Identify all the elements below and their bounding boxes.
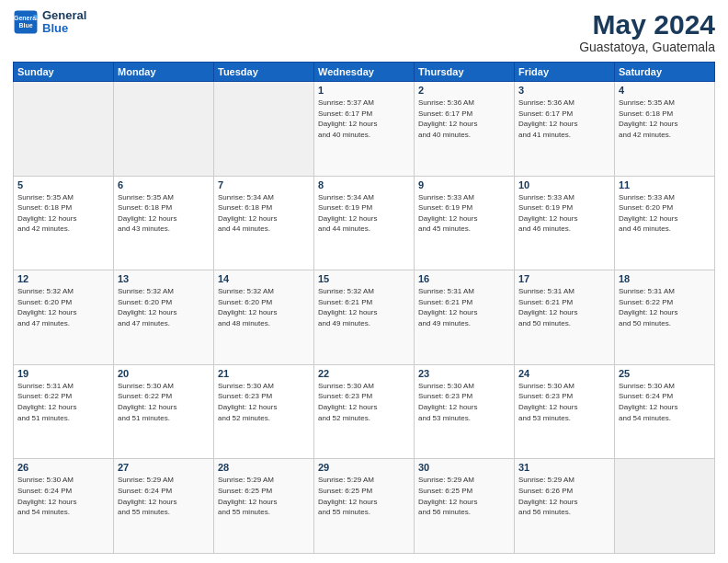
day-number: 8 [318, 179, 410, 190]
day-number: 25 [619, 368, 711, 379]
calendar-cell: 31Sunrise: 5:29 AM Sunset: 6:26 PM Dayli… [515, 459, 615, 554]
day-number: 9 [418, 179, 510, 190]
day-number: 7 [218, 179, 310, 190]
day-info: Sunrise: 5:30 AM Sunset: 6:23 PM Dayligh… [218, 381, 310, 423]
day-info: Sunrise: 5:33 AM Sunset: 6:20 PM Dayligh… [619, 192, 711, 235]
day-number: 26 [17, 462, 109, 473]
day-info: Sunrise: 5:30 AM Sunset: 6:23 PM Dayligh… [318, 381, 410, 423]
day-number: 1 [318, 85, 410, 96]
day-info: Sunrise: 5:31 AM Sunset: 6:21 PM Dayligh… [518, 286, 610, 328]
calendar-cell: 30Sunrise: 5:29 AM Sunset: 6:25 PM Dayli… [415, 459, 515, 554]
day-info: Sunrise: 5:32 AM Sunset: 6:20 PM Dayligh… [118, 286, 210, 328]
calendar-cell: 4Sunrise: 5:35 AM Sunset: 6:18 PM Daylig… [615, 82, 715, 177]
day-number: 15 [318, 273, 410, 284]
day-info: Sunrise: 5:35 AM Sunset: 6:18 PM Dayligh… [118, 192, 210, 235]
day-info: Sunrise: 5:30 AM Sunset: 6:24 PM Dayligh… [619, 381, 711, 423]
week-row-2: 12Sunrise: 5:32 AM Sunset: 6:20 PM Dayli… [14, 270, 715, 365]
day-number: 29 [318, 462, 410, 473]
day-number: 3 [518, 85, 610, 96]
calendar-cell: 8Sunrise: 5:34 AM Sunset: 6:19 PM Daylig… [314, 176, 415, 270]
day-info: Sunrise: 5:32 AM Sunset: 6:21 PM Dayligh… [318, 286, 410, 328]
calendar-cell: 9Sunrise: 5:33 AM Sunset: 6:19 PM Daylig… [415, 176, 515, 270]
title-block: May 2024 Guastatoya, Guatemala [579, 9, 715, 54]
day-number: 17 [518, 273, 610, 284]
calendar-cell: 22Sunrise: 5:30 AM Sunset: 6:23 PM Dayli… [314, 364, 415, 459]
calendar-cell: 15Sunrise: 5:32 AM Sunset: 6:21 PM Dayli… [314, 270, 415, 365]
month-title: May 2024 [579, 9, 715, 40]
weekday-header-row: SundayMondayTuesdayWednesdayThursdayFrid… [14, 63, 715, 82]
weekday-header-tuesday: Tuesday [214, 63, 314, 82]
calendar-cell [114, 82, 214, 177]
day-info: Sunrise: 5:30 AM Sunset: 6:22 PM Dayligh… [118, 381, 210, 423]
calendar-cell: 6Sunrise: 5:35 AM Sunset: 6:18 PM Daylig… [114, 176, 214, 270]
day-info: Sunrise: 5:37 AM Sunset: 6:17 PM Dayligh… [318, 98, 410, 140]
header: General Blue General Blue May 2024 Guast… [13, 9, 715, 54]
calendar-cell: 26Sunrise: 5:30 AM Sunset: 6:24 PM Dayli… [14, 459, 114, 554]
day-number: 18 [619, 273, 711, 284]
day-info: Sunrise: 5:29 AM Sunset: 6:25 PM Dayligh… [218, 475, 310, 517]
day-number: 14 [218, 273, 310, 284]
day-info: Sunrise: 5:36 AM Sunset: 6:17 PM Dayligh… [518, 98, 610, 140]
day-number: 19 [17, 368, 109, 379]
weekday-header-sunday: Sunday [14, 63, 114, 82]
day-number: 11 [619, 179, 711, 190]
day-info: Sunrise: 5:31 AM Sunset: 6:22 PM Dayligh… [619, 286, 711, 328]
calendar-cell: 16Sunrise: 5:31 AM Sunset: 6:21 PM Dayli… [415, 270, 515, 365]
day-info: Sunrise: 5:29 AM Sunset: 6:25 PM Dayligh… [318, 475, 410, 517]
day-number: 27 [118, 462, 210, 473]
day-info: Sunrise: 5:30 AM Sunset: 6:23 PM Dayligh… [418, 381, 510, 423]
calendar-cell: 10Sunrise: 5:33 AM Sunset: 6:19 PM Dayli… [515, 176, 615, 270]
calendar-page: General Blue General Blue May 2024 Guast… [0, 0, 728, 563]
day-info: Sunrise: 5:30 AM Sunset: 6:23 PM Dayligh… [518, 381, 610, 423]
calendar-cell: 23Sunrise: 5:30 AM Sunset: 6:23 PM Dayli… [415, 364, 515, 459]
day-number: 2 [418, 85, 510, 96]
day-number: 31 [518, 462, 610, 473]
day-info: Sunrise: 5:34 AM Sunset: 6:19 PM Dayligh… [318, 192, 410, 235]
calendar-cell: 24Sunrise: 5:30 AM Sunset: 6:23 PM Dayli… [515, 364, 615, 459]
day-info: Sunrise: 5:29 AM Sunset: 6:26 PM Dayligh… [518, 475, 610, 517]
calendar-cell: 17Sunrise: 5:31 AM Sunset: 6:21 PM Dayli… [515, 270, 615, 365]
day-info: Sunrise: 5:30 AM Sunset: 6:24 PM Dayligh… [17, 475, 109, 517]
day-number: 20 [118, 368, 210, 379]
weekday-header-saturday: Saturday [615, 63, 715, 82]
day-info: Sunrise: 5:31 AM Sunset: 6:21 PM Dayligh… [418, 286, 510, 328]
week-row-3: 19Sunrise: 5:31 AM Sunset: 6:22 PM Dayli… [14, 364, 715, 459]
calendar-table: SundayMondayTuesdayWednesdayThursdayFrid… [13, 62, 715, 554]
calendar-cell: 13Sunrise: 5:32 AM Sunset: 6:20 PM Dayli… [114, 270, 214, 365]
weekday-header-monday: Monday [114, 63, 214, 82]
calendar-cell: 3Sunrise: 5:36 AM Sunset: 6:17 PM Daylig… [515, 82, 615, 177]
calendar-cell: 14Sunrise: 5:32 AM Sunset: 6:20 PM Dayli… [214, 270, 314, 365]
calendar-cell: 19Sunrise: 5:31 AM Sunset: 6:22 PM Dayli… [14, 364, 114, 459]
svg-text:Blue: Blue [18, 23, 32, 29]
day-number: 12 [17, 273, 109, 284]
logo-icon: General Blue [13, 9, 39, 35]
calendar-cell: 25Sunrise: 5:30 AM Sunset: 6:24 PM Dayli… [615, 364, 715, 459]
calendar-cell: 2Sunrise: 5:36 AM Sunset: 6:17 PM Daylig… [415, 82, 515, 177]
logo-text-blue: Blue [42, 22, 86, 35]
day-number: 16 [418, 273, 510, 284]
day-number: 10 [518, 179, 610, 190]
day-info: Sunrise: 5:36 AM Sunset: 6:17 PM Dayligh… [418, 98, 510, 140]
calendar-cell [214, 82, 314, 177]
weekday-header-wednesday: Wednesday [314, 63, 415, 82]
calendar-cell: 12Sunrise: 5:32 AM Sunset: 6:20 PM Dayli… [14, 270, 114, 365]
calendar-cell [615, 459, 715, 554]
calendar-cell: 5Sunrise: 5:35 AM Sunset: 6:18 PM Daylig… [14, 176, 114, 270]
week-row-4: 26Sunrise: 5:30 AM Sunset: 6:24 PM Dayli… [14, 459, 715, 554]
calendar-cell: 29Sunrise: 5:29 AM Sunset: 6:25 PM Dayli… [314, 459, 415, 554]
day-info: Sunrise: 5:35 AM Sunset: 6:18 PM Dayligh… [17, 192, 109, 235]
day-number: 13 [118, 273, 210, 284]
location-title: Guastatoya, Guatemala [579, 40, 715, 54]
day-number: 22 [318, 368, 410, 379]
day-number: 24 [518, 368, 610, 379]
week-row-1: 5Sunrise: 5:35 AM Sunset: 6:18 PM Daylig… [14, 176, 715, 270]
calendar-cell: 21Sunrise: 5:30 AM Sunset: 6:23 PM Dayli… [214, 364, 314, 459]
day-number: 30 [418, 462, 510, 473]
weekday-header-friday: Friday [515, 63, 615, 82]
calendar-cell: 20Sunrise: 5:30 AM Sunset: 6:22 PM Dayli… [114, 364, 214, 459]
calendar-cell: 7Sunrise: 5:34 AM Sunset: 6:18 PM Daylig… [214, 176, 314, 270]
calendar-cell: 1Sunrise: 5:37 AM Sunset: 6:17 PM Daylig… [314, 82, 415, 177]
logo-text-general: General [42, 9, 86, 22]
logo: General Blue General Blue [13, 9, 86, 36]
day-number: 21 [218, 368, 310, 379]
